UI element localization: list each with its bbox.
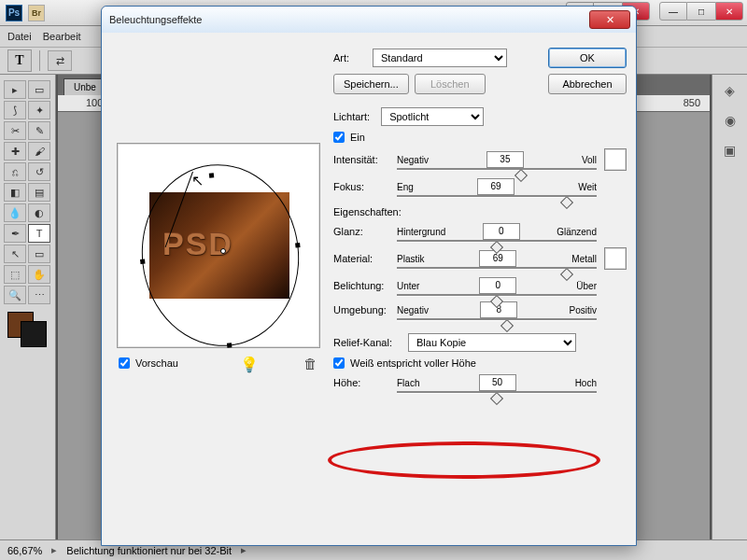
eyedrop-tool-icon[interactable]: ✎ [28,121,50,140]
preview-checkbox[interactable]: Vorschau [119,357,178,369]
lighting-effects-dialog: Beleuchtungseffekte ✕ PSD ↖ Vorschau 💡 🗑 [101,6,637,546]
white-high-checkbox[interactable]: Weiß entspricht voller Höhe [333,357,627,369]
white-high-label: Weiß entspricht voller Höhe [350,357,476,369]
exposure-value[interactable]: 0 [479,277,516,294]
cursor-icon: ↖ [191,172,204,189]
wand-tool-icon[interactable]: ✦ [28,101,50,119]
light-handle[interactable] [227,343,232,347]
style-select[interactable]: Standard [373,49,507,67]
sl-left: Flach [397,378,419,388]
lightbulb-icon[interactable]: 💡 [240,356,259,373]
properties-heading: Eigenschaften: [333,206,627,217]
light-handle[interactable] [209,173,214,177]
texture-channel-label: Relief-Kanal: [333,337,402,348]
preview-checkbox-input[interactable] [119,357,130,369]
light-handle[interactable] [295,243,300,247]
sl-left: Unter [397,281,419,291]
height-value[interactable]: 50 [479,374,516,391]
on-label: Ein [350,132,365,143]
focus-value[interactable]: 69 [477,178,514,195]
texture-channel-select[interactable]: Blau Kopie [408,333,576,352]
minimize-button[interactable]: — [659,2,687,21]
lasso-tool-icon[interactable]: ⟆ [4,101,26,119]
cancel-button[interactable]: Abbrechen [548,74,627,94]
layers-icon[interactable]: ◈ [720,80,740,101]
pen-tool-icon[interactable]: ✒ [4,224,26,243]
sl-left: Eng [397,182,414,192]
ambient-color-swatch[interactable] [604,247,627,270]
move-tool-icon[interactable]: ▸ [4,80,26,99]
gloss-value[interactable]: 0 [483,223,520,240]
lighttype-select[interactable]: Spotlicht [381,107,484,126]
gloss-label: Glanz: [333,226,389,237]
ruler-tick: 850 [684,97,700,108]
hand-tool-icon[interactable]: ✋ [28,265,50,284]
blur-tool-icon[interactable]: 💧 [4,203,26,222]
sl-left: Negativ [397,155,429,165]
on-checkbox-input[interactable] [333,132,345,143]
light-center[interactable] [220,248,226,254]
menu-edit[interactable]: Bearbeit [43,31,81,42]
light-color-swatch[interactable] [604,148,627,171]
eraser-tool-icon[interactable]: ◧ [4,183,26,202]
brush-tool-icon[interactable]: 🖌 [28,142,50,161]
gradient-tool-icon[interactable]: ▤ [28,183,50,202]
sl-left: Hintergrund [397,227,445,237]
sl-left: Plastik [397,254,424,264]
photoshop-logo: Ps [6,5,22,21]
maximize-button[interactable]: □ [687,2,715,21]
ok-button[interactable]: OK [548,48,627,68]
zoom-level: 66,67% [7,545,42,556]
marquee-tool-icon[interactable]: ▭ [28,80,50,99]
sl-right: Hoch [575,378,597,388]
toolbox: ▸▭ ⟆✦ ✂✎ ✚🖌 ⎌↺ ◧▤ 💧◐ ✒T ↖▭ ⬚✋ 🔍⋯ [0,75,56,539]
bridge-logo[interactable]: Br [28,5,45,21]
sl-right: Positiv [570,305,597,315]
preview-label: Vorschau [135,357,178,369]
white-high-checkbox-input[interactable] [333,357,345,369]
3d-tool-icon[interactable]: ⬚ [4,265,26,284]
dialog-title[interactable]: Beleuchtungseffekte [102,7,636,33]
intensity-value[interactable]: 35 [486,151,524,168]
tool-preset[interactable]: T [7,49,32,72]
on-checkbox[interactable]: Ein [333,132,627,143]
path-tool-icon[interactable]: ↖ [4,245,26,263]
adjustments-icon[interactable]: ◉ [720,110,740,131]
crop-tool-icon[interactable]: ✂ [4,121,26,140]
ambience-label: Umgebung: [333,304,389,315]
heal-tool-icon[interactable]: ✚ [4,142,26,161]
zoom-tool-icon[interactable]: 🔍 [4,286,26,304]
type-tool-icon[interactable]: T [28,224,50,243]
font-toggle[interactable]: ⇄ [48,50,72,71]
save-button[interactable]: Speichern... [333,74,409,94]
close-button[interactable]: ✕ [715,2,743,21]
sl-right: Über [576,281,597,291]
height-label: Höhe: [333,377,389,388]
light-handle[interactable] [140,259,145,263]
trash-icon[interactable]: 🗑 [303,356,317,371]
sl-right: Weit [578,182,597,192]
focus-label: Fokus: [333,181,389,192]
menu-file[interactable]: Datei [7,31,32,42]
dodge-tool-icon[interactable]: ◐ [28,203,50,222]
intensity-label: Intensität: [333,154,389,165]
stamp-tool-icon[interactable]: ⎌ [4,162,26,181]
styles-icon[interactable]: ▣ [720,140,740,161]
sl-right: Metall [571,254,597,264]
material-label: Material: [333,253,389,264]
shape-tool-icon[interactable]: ▭ [28,245,50,263]
sl-right: Voll [582,155,597,165]
light-ellipse[interactable] [133,157,307,354]
right-panel: ◈ ◉ ▣ [712,75,747,539]
preview-box[interactable]: PSD ↖ [117,143,320,348]
exposure-label: Belichtung: [333,280,389,291]
style-label: Art: [333,52,367,63]
dialog-close-button[interactable]: ✕ [589,10,630,29]
bg-color-swatch[interactable] [21,321,47,347]
annotation-highlight [328,441,600,479]
status-message: Belichtung funktioniert nur bei 32-Bit [66,545,232,556]
delete-button: Löschen [415,74,486,94]
extra-tool-icon[interactable]: ⋯ [28,286,50,304]
history-tool-icon[interactable]: ↺ [28,162,50,181]
sl-right: Glänzend [557,227,597,237]
